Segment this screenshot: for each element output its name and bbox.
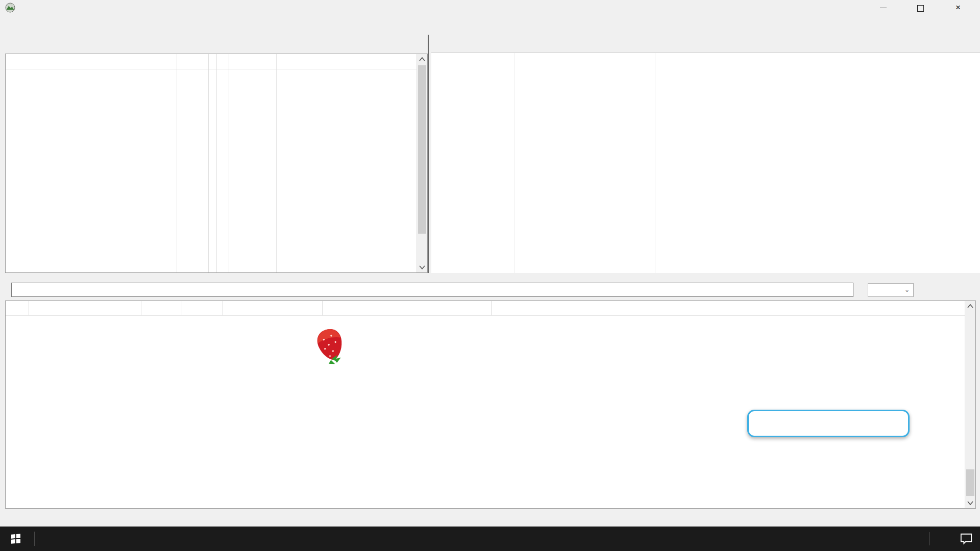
- scroll-up-icon[interactable]: [417, 54, 427, 64]
- desktop: × ⌄: [0, 0, 980, 551]
- log-table: [5, 300, 976, 509]
- tray-divider: [929, 532, 932, 545]
- log-level-select[interactable]: ⌄: [868, 283, 914, 297]
- column-divider: [177, 54, 177, 272]
- close-button[interactable]: ×: [945, 0, 971, 15]
- log-filter-input[interactable]: [11, 283, 853, 297]
- column-divider: [276, 54, 277, 272]
- info-divider: [514, 53, 514, 273]
- column-divider: [216, 54, 217, 272]
- info-panel: [431, 53, 980, 273]
- app-logo-icon: [5, 3, 15, 15]
- log-filter-bar: ⌄: [0, 281, 980, 300]
- chevron-down-icon: ⌄: [904, 286, 910, 293]
- title-bar: ×: [0, 0, 980, 15]
- maximize-button[interactable]: [908, 0, 933, 15]
- ime-toolbar: [747, 410, 910, 437]
- notifications-icon[interactable]: [960, 533, 973, 545]
- minimize-button[interactable]: [870, 0, 896, 15]
- taskbar-divider: [34, 532, 37, 546]
- scroll-thumb[interactable]: [418, 65, 426, 234]
- panel-splitter[interactable]: [428, 35, 429, 273]
- info-divider: [655, 53, 655, 273]
- windows-logo-icon: [11, 534, 20, 543]
- system-tray: [929, 527, 980, 551]
- start-button[interactable]: [0, 527, 32, 551]
- scroll-up-icon[interactable]: [965, 301, 975, 311]
- process-list-panel: [5, 54, 428, 273]
- log-scrollbar[interactable]: [965, 301, 975, 508]
- scroll-down-icon[interactable]: [417, 262, 427, 272]
- strawberry-sticker: [313, 327, 348, 368]
- scroll-down-icon[interactable]: [965, 498, 975, 508]
- process-list-header: [6, 54, 427, 69]
- taskbar: [0, 527, 980, 551]
- column-divider: [208, 54, 209, 272]
- menu-bar: [0, 15, 980, 32]
- column-divider: [229, 54, 229, 272]
- process-list-scrollbar[interactable]: [416, 54, 427, 272]
- log-table-header: [6, 301, 965, 316]
- scroll-thumb[interactable]: [966, 469, 974, 496]
